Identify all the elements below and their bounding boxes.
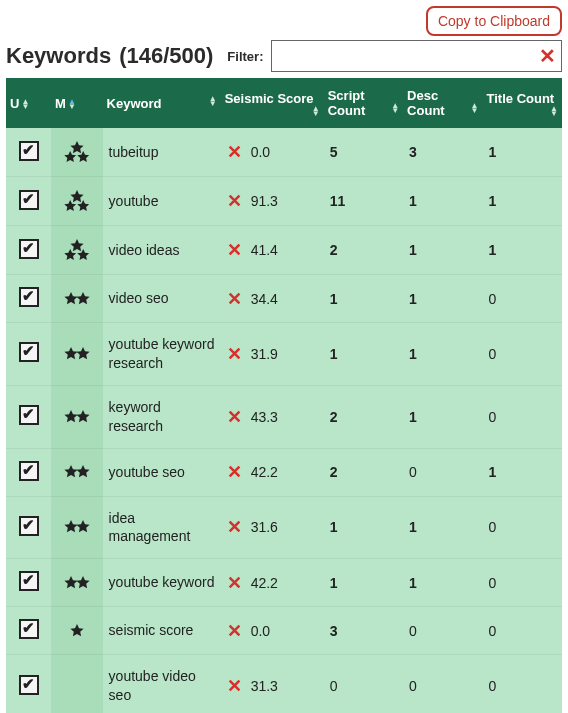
script-count: 5 <box>330 144 338 160</box>
seismic-score: 31.3 <box>251 678 278 694</box>
seismic-score: 41.4 <box>251 242 278 258</box>
title-count: 0 <box>489 678 497 694</box>
title-count: 1 <box>489 193 497 209</box>
delete-icon[interactable]: ✕ <box>227 461 245 483</box>
col-header-script[interactable]: Script Count▲▼ <box>324 78 403 128</box>
title-count: 0 <box>489 623 497 639</box>
desc-count: 0 <box>409 623 417 639</box>
desc-count: 0 <box>409 678 417 694</box>
col-header-keyword[interactable]: Keyword▲▼ <box>103 78 221 128</box>
desc-count: 3 <box>409 144 417 160</box>
use-checkbox[interactable] <box>19 287 39 307</box>
delete-icon[interactable]: ✕ <box>227 675 245 697</box>
desc-count: 1 <box>409 346 417 362</box>
use-checkbox[interactable] <box>19 141 39 161</box>
table-row: tubeitup✕0.0531 <box>6 128 562 177</box>
script-count: 1 <box>330 291 338 307</box>
copy-to-clipboard-button[interactable]: Copy to Clipboard <box>426 6 562 36</box>
title-count: 1 <box>489 464 497 480</box>
table-row: youtube keyword✕42.2110 <box>6 559 562 607</box>
script-count: 1 <box>330 575 338 591</box>
script-count: 0 <box>330 678 338 694</box>
keyword-text: youtube <box>109 192 215 211</box>
desc-count: 1 <box>409 575 417 591</box>
script-count: 2 <box>330 242 338 258</box>
keyword-count: (146/500) <box>119 43 213 69</box>
delete-icon[interactable]: ✕ <box>227 141 245 163</box>
keyword-text: video ideas <box>109 241 215 260</box>
script-count: 1 <box>330 519 338 535</box>
use-checkbox[interactable] <box>19 675 39 695</box>
delete-icon[interactable]: ✕ <box>227 516 245 538</box>
delete-icon[interactable]: ✕ <box>227 343 245 365</box>
keyword-text: video seo <box>109 289 215 308</box>
use-checkbox[interactable] <box>19 342 39 362</box>
table-row: video ideas✕41.4211 <box>6 226 562 275</box>
delete-icon[interactable]: ✕ <box>227 288 245 310</box>
keyword-text: youtube seo <box>109 463 215 482</box>
table-row: keyword research✕43.3210 <box>6 385 562 448</box>
table-row: video seo✕34.4110 <box>6 275 562 323</box>
match-stars-icon <box>57 140 97 164</box>
keyword-text: tubeitup <box>109 143 215 162</box>
col-header-title[interactable]: Title Count▲▼ <box>483 78 562 128</box>
script-count: 1 <box>330 346 338 362</box>
seismic-score: 91.3 <box>251 193 278 209</box>
use-checkbox[interactable] <box>19 619 39 639</box>
seismic-score: 31.9 <box>251 346 278 362</box>
desc-count: 1 <box>409 291 417 307</box>
title-count: 0 <box>489 519 497 535</box>
delete-icon[interactable]: ✕ <box>227 406 245 428</box>
use-checkbox[interactable] <box>19 405 39 425</box>
seismic-score: 34.4 <box>251 291 278 307</box>
desc-count: 1 <box>409 242 417 258</box>
match-stars-icon <box>57 291 97 307</box>
match-stars-icon <box>57 238 97 262</box>
col-header-score[interactable]: Seismic Score▲▼ <box>221 78 324 128</box>
match-stars-icon <box>57 346 97 362</box>
match-stars-icon <box>57 409 97 425</box>
use-checkbox[interactable] <box>19 516 39 536</box>
delete-icon[interactable]: ✕ <box>227 239 245 261</box>
delete-icon[interactable]: ✕ <box>227 620 245 642</box>
title-count: 1 <box>489 242 497 258</box>
clear-filter-icon[interactable]: ✕ <box>539 44 556 68</box>
script-count: 3 <box>330 623 338 639</box>
page-title: Keywords <box>6 43 111 69</box>
keyword-text: youtube video seo <box>109 667 215 705</box>
use-checkbox[interactable] <box>19 571 39 591</box>
table-row: youtube seo✕42.2201 <box>6 448 562 496</box>
title-count: 0 <box>489 291 497 307</box>
table-row: idea management✕31.6110 <box>6 496 562 559</box>
title-count: 1 <box>489 144 497 160</box>
title-count: 0 <box>489 346 497 362</box>
keyword-text: idea management <box>109 509 215 547</box>
delete-icon[interactable]: ✕ <box>227 190 245 212</box>
title-count: 0 <box>489 575 497 591</box>
filter-input[interactable] <box>271 40 562 72</box>
keyword-text: seismic score <box>109 621 215 640</box>
table-row: seismic score✕0.0300 <box>6 607 562 655</box>
use-checkbox[interactable] <box>19 190 39 210</box>
match-stars-icon <box>57 623 97 639</box>
col-header-m[interactable]: M▲▼ <box>51 78 103 128</box>
col-header-desc[interactable]: Desc Count▲▼ <box>403 78 482 128</box>
seismic-score: 42.2 <box>251 464 278 480</box>
match-stars-icon <box>57 575 97 591</box>
desc-count: 1 <box>409 519 417 535</box>
table-row: youtube✕91.31111 <box>6 177 562 226</box>
match-stars-icon <box>57 519 97 535</box>
script-count: 2 <box>330 464 338 480</box>
match-stars-icon <box>57 464 97 480</box>
keyword-text: youtube keyword research <box>109 335 215 373</box>
use-checkbox[interactable] <box>19 239 39 259</box>
use-checkbox[interactable] <box>19 461 39 481</box>
seismic-score: 43.3 <box>251 409 278 425</box>
desc-count: 1 <box>409 409 417 425</box>
keywords-table: U▲▼ M▲▼ Keyword▲▼ Seismic Score▲▼ Script… <box>6 78 562 713</box>
seismic-score: 0.0 <box>251 623 270 639</box>
col-header-u[interactable]: U▲▼ <box>6 78 51 128</box>
title-count: 0 <box>489 409 497 425</box>
delete-icon[interactable]: ✕ <box>227 572 245 594</box>
keyword-text: youtube keyword <box>109 573 215 592</box>
